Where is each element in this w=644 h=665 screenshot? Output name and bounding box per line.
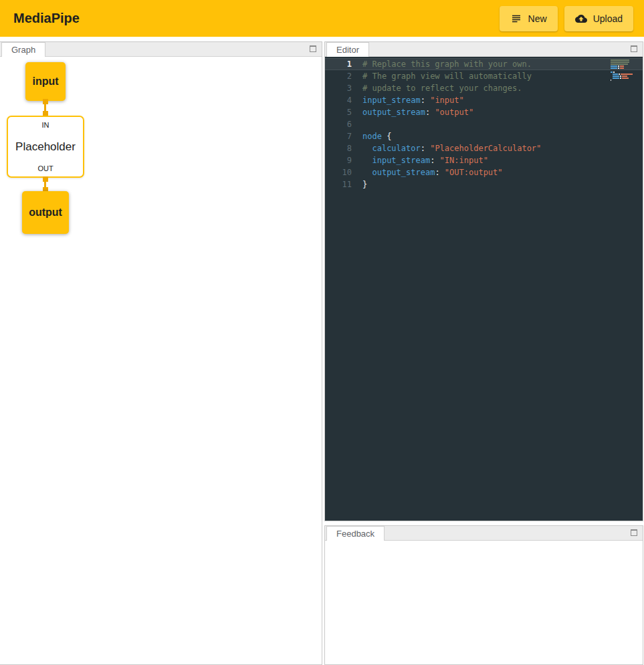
graph-node-output[interactable]: output [22, 191, 69, 234]
code-token-punct [362, 144, 372, 153]
code-token-punct [362, 168, 372, 177]
code-line[interactable]: calculator: "PlaceholderCalculator" [362, 142, 643, 154]
editor-minimap[interactable] [611, 59, 635, 81]
minimap-segment [611, 78, 612, 79]
code-token-punct: : [421, 144, 430, 153]
code-token-key: input_stream [362, 96, 421, 105]
minimap-segment [611, 63, 628, 65]
minimap-segment [611, 80, 611, 81]
minimap-line [611, 78, 635, 79]
line-number: 8 [325, 142, 352, 154]
graph-node-placeholder[interactable]: IN Placeholder OUT [7, 116, 84, 178]
minimap-segment [611, 65, 617, 67]
placeholder-out-port: OUT [37, 164, 53, 172]
code-token-punct [362, 156, 372, 165]
minimap-segment [611, 72, 613, 73]
tab-editor-label: Editor [336, 45, 359, 55]
editor-panel-header: Editor [325, 42, 643, 57]
minimap-segment [613, 76, 619, 77]
code-line[interactable]: output_stream: "OUT:output" [362, 166, 643, 178]
line-number: 11 [325, 178, 352, 190]
code-token-punct: { [382, 132, 391, 141]
upload-button[interactable]: Upload [564, 6, 633, 31]
feedback-maximize-icon[interactable] [631, 529, 637, 536]
code-token-string: "OUT:output" [445, 168, 503, 177]
code-line[interactable]: # Replace this graph with your own. [362, 58, 643, 70]
minimap-line [611, 59, 635, 61]
minimap-segment [620, 78, 621, 79]
minimap-segment [611, 76, 612, 77]
code-token-string: "input" [430, 96, 464, 105]
line-number: 5 [325, 106, 352, 118]
app-title: MediaPipe [13, 11, 80, 26]
graph-node-output-label: output [29, 207, 62, 219]
feedback-panel-header: Feedback [325, 526, 643, 541]
minimap-segment [621, 74, 633, 75]
code-token-key: node [362, 132, 382, 141]
editor-maximize-icon[interactable] [631, 45, 637, 52]
minimap-segment [622, 76, 627, 77]
code-line[interactable]: input_stream: "input" [362, 94, 643, 106]
graph-panel-header: Graph [0, 42, 322, 57]
code-line[interactable]: } [362, 178, 643, 190]
minimap-segment [613, 78, 619, 79]
code-token-key: output_stream [372, 168, 435, 177]
code-line[interactable]: output_stream: "output" [362, 106, 643, 118]
minimap-line [611, 68, 635, 69]
code-token-string: "IN:input" [440, 156, 488, 165]
minimap-segment [611, 61, 629, 63]
minimap-segment [611, 59, 629, 61]
header-buttons: New Upload [500, 6, 637, 31]
feedback-content [325, 541, 643, 664]
tab-editor[interactable]: Editor [326, 42, 369, 57]
tab-graph[interactable]: Graph [1, 42, 45, 57]
minimap-segment [620, 65, 624, 67]
minimap-segment [611, 74, 612, 75]
code-line[interactable] [362, 118, 643, 130]
minimap-line [611, 80, 635, 81]
graph-panel: Graph input IN Placeholder OUT output [0, 41, 322, 665]
code-token-punct: : [425, 108, 435, 117]
code-line[interactable]: input_stream: "IN:input" [362, 154, 643, 166]
minimap-line [611, 61, 635, 63]
minimap-segment [611, 68, 617, 69]
code-line[interactable]: # update to reflect your changes. [362, 82, 643, 94]
line-number: 7 [325, 130, 352, 142]
code-token-punct: } [362, 180, 367, 189]
minimap-line [611, 63, 635, 65]
code-token-comment: # The graph view will automatically [362, 72, 532, 81]
minimap-line [611, 76, 635, 77]
cloud-upload-icon [575, 13, 587, 25]
graph-canvas[interactable]: input IN Placeholder OUT output [0, 57, 322, 664]
editor-code[interactable]: # Replace this graph with your own.# The… [360, 58, 643, 521]
minimap-line [611, 70, 635, 71]
minimap-segment [613, 72, 615, 73]
minimap-segment [622, 78, 629, 79]
minimap-segment [620, 68, 624, 69]
graph-node-input-label: input [32, 76, 58, 88]
graph-maximize-icon[interactable] [310, 45, 316, 52]
tab-feedback[interactable]: Feedback [326, 526, 385, 541]
minimap-line [611, 74, 635, 75]
new-button[interactable]: New [500, 6, 558, 31]
code-line[interactable]: # The graph view will automatically [362, 70, 643, 82]
line-number: 6 [325, 118, 352, 130]
app-header: MediaPipe New Upload [0, 0, 644, 37]
graph-node-input[interactable]: input [25, 62, 66, 101]
line-number: 1 [325, 58, 352, 70]
code-token-string: "PlaceholderCalculator" [430, 144, 541, 153]
line-number: 3 [325, 82, 352, 94]
code-token-string: "output" [435, 108, 473, 117]
minimap-segment [620, 76, 621, 77]
placeholder-in-port: IN [42, 121, 49, 129]
code-token-punct: : [435, 168, 444, 177]
new-button-label: New [528, 13, 547, 24]
code-token-punct: : [430, 156, 439, 165]
code-token-key: output_stream [362, 108, 425, 117]
minimap-line [611, 72, 635, 73]
code-line[interactable]: node { [362, 130, 643, 142]
code-editor[interactable]: 1234567891011 # Replace this graph with … [325, 57, 643, 521]
minimap-segment [619, 74, 620, 75]
menu-lines-icon [510, 13, 522, 25]
line-number: 2 [325, 70, 352, 82]
